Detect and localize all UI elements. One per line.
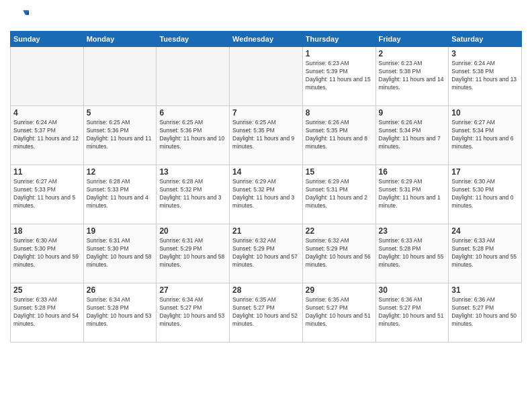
logo-icon — [10, 7, 29, 26]
day-number: 28 — [232, 285, 300, 295]
day-number: 27 — [159, 285, 226, 295]
day-info: Sunrise: 6:33 AMSunset: 5:28 PMDaylight:… — [13, 296, 81, 328]
day-info: Sunrise: 6:35 AMSunset: 5:27 PMDaylight:… — [232, 296, 300, 328]
day-info: Sunrise: 6:32 AMSunset: 5:29 PMDaylight:… — [306, 237, 373, 269]
day-info: Sunrise: 6:27 AMSunset: 5:34 PMDaylight:… — [451, 119, 519, 151]
calendar-cell: 9Sunrise: 6:26 AMSunset: 5:34 PMDaylight… — [375, 106, 449, 165]
logo — [10, 7, 32, 26]
day-info: Sunrise: 6:25 AMSunset: 5:35 PMDaylight:… — [232, 119, 300, 151]
calendar-cell: 10Sunrise: 6:27 AMSunset: 5:34 PMDayligh… — [449, 106, 522, 165]
calendar-cell — [157, 47, 230, 106]
calendar-cell: 29Sunrise: 6:35 AMSunset: 5:27 PMDayligh… — [302, 283, 375, 342]
calendar-cell: 8Sunrise: 6:26 AMSunset: 5:35 PMDaylight… — [302, 106, 375, 165]
day-number: 5 — [87, 108, 154, 118]
day-number: 22 — [306, 226, 373, 236]
calendar-cell: 6Sunrise: 6:25 AMSunset: 5:36 PMDaylight… — [157, 106, 230, 165]
calendar-cell: 18Sunrise: 6:30 AMSunset: 5:30 PMDayligh… — [11, 224, 84, 283]
column-header-thursday: Thursday — [302, 32, 375, 47]
day-info: Sunrise: 6:32 AMSunset: 5:29 PMDaylight:… — [232, 237, 300, 269]
day-info: Sunrise: 6:26 AMSunset: 5:35 PMDaylight:… — [306, 119, 373, 151]
day-info: Sunrise: 6:31 AMSunset: 5:29 PMDaylight:… — [159, 237, 226, 269]
day-info: Sunrise: 6:34 AMSunset: 5:28 PMDaylight:… — [87, 296, 154, 328]
day-info: Sunrise: 6:23 AMSunset: 5:39 PMDaylight:… — [306, 60, 373, 92]
day-info: Sunrise: 6:28 AMSunset: 5:33 PMDaylight:… — [87, 178, 154, 210]
column-header-sunday: Sunday — [11, 32, 84, 47]
calendar-header-row: SundayMondayTuesdayWednesdayThursdayFrid… — [11, 32, 522, 47]
day-number: 1 — [306, 49, 373, 58]
calendar-week-3: 18Sunrise: 6:30 AMSunset: 5:30 PMDayligh… — [11, 224, 522, 283]
calendar-cell: 16Sunrise: 6:29 AMSunset: 5:31 PMDayligh… — [375, 165, 449, 224]
day-info: Sunrise: 6:33 AMSunset: 5:28 PMDaylight:… — [379, 237, 446, 269]
calendar-cell: 30Sunrise: 6:36 AMSunset: 5:27 PMDayligh… — [375, 283, 449, 342]
day-info: Sunrise: 6:30 AMSunset: 5:30 PMDaylight:… — [13, 237, 81, 269]
day-number: 20 — [159, 226, 226, 236]
day-number: 19 — [87, 226, 154, 236]
day-number: 3 — [451, 49, 519, 58]
day-number: 6 — [159, 108, 226, 118]
calendar-cell: 5Sunrise: 6:25 AMSunset: 5:36 PMDaylight… — [83, 106, 157, 165]
calendar-cell — [83, 47, 157, 106]
day-number: 11 — [13, 167, 81, 177]
day-number: 9 — [379, 108, 446, 118]
calendar-cell: 31Sunrise: 6:36 AMSunset: 5:27 PMDayligh… — [449, 283, 522, 342]
calendar-cell: 4Sunrise: 6:24 AMSunset: 5:37 PMDaylight… — [11, 106, 84, 165]
calendar-cell: 25Sunrise: 6:33 AMSunset: 5:28 PMDayligh… — [11, 283, 84, 342]
calendar-cell: 19Sunrise: 6:31 AMSunset: 5:30 PMDayligh… — [83, 224, 157, 283]
day-info: Sunrise: 6:36 AMSunset: 5:27 PMDaylight:… — [451, 296, 519, 328]
calendar-cell: 22Sunrise: 6:32 AMSunset: 5:29 PMDayligh… — [302, 224, 375, 283]
day-info: Sunrise: 6:29 AMSunset: 5:32 PMDaylight:… — [232, 178, 300, 210]
day-number: 18 — [13, 226, 81, 236]
day-number: 23 — [379, 226, 446, 236]
day-number: 16 — [379, 167, 446, 177]
column-header-monday: Monday — [83, 32, 157, 47]
calendar-cell: 21Sunrise: 6:32 AMSunset: 5:29 PMDayligh… — [230, 224, 303, 283]
calendar-table: SundayMondayTuesdayWednesdayThursdayFrid… — [10, 31, 522, 342]
column-header-friday: Friday — [375, 32, 449, 47]
calendar-cell: 14Sunrise: 6:29 AMSunset: 5:32 PMDayligh… — [230, 165, 303, 224]
day-number: 2 — [379, 49, 446, 58]
column-header-tuesday: Tuesday — [157, 32, 230, 47]
day-info: Sunrise: 6:24 AMSunset: 5:38 PMDaylight:… — [451, 60, 519, 92]
calendar-cell: 28Sunrise: 6:35 AMSunset: 5:27 PMDayligh… — [230, 283, 303, 342]
calendar-cell: 11Sunrise: 6:27 AMSunset: 5:33 PMDayligh… — [11, 165, 84, 224]
calendar-cell: 1Sunrise: 6:23 AMSunset: 5:39 PMDaylight… — [302, 47, 375, 106]
calendar-week-0: 1Sunrise: 6:23 AMSunset: 5:39 PMDaylight… — [11, 47, 522, 106]
calendar-cell: 7Sunrise: 6:25 AMSunset: 5:35 PMDaylight… — [230, 106, 303, 165]
calendar-week-1: 4Sunrise: 6:24 AMSunset: 5:37 PMDaylight… — [11, 106, 522, 165]
day-number: 12 — [87, 167, 154, 177]
day-number: 4 — [13, 108, 81, 118]
calendar-cell: 23Sunrise: 6:33 AMSunset: 5:28 PMDayligh… — [375, 224, 449, 283]
column-header-saturday: Saturday — [449, 32, 522, 47]
day-number: 30 — [379, 285, 446, 295]
day-number: 26 — [87, 285, 154, 295]
day-info: Sunrise: 6:29 AMSunset: 5:31 PMDaylight:… — [306, 178, 373, 210]
calendar-week-2: 11Sunrise: 6:27 AMSunset: 5:33 PMDayligh… — [11, 165, 522, 224]
calendar-cell: 12Sunrise: 6:28 AMSunset: 5:33 PMDayligh… — [83, 165, 157, 224]
day-number: 21 — [232, 226, 300, 236]
day-info: Sunrise: 6:24 AMSunset: 5:37 PMDaylight:… — [13, 119, 81, 151]
calendar-cell: 13Sunrise: 6:28 AMSunset: 5:32 PMDayligh… — [157, 165, 230, 224]
day-info: Sunrise: 6:35 AMSunset: 5:27 PMDaylight:… — [306, 296, 373, 328]
day-info: Sunrise: 6:25 AMSunset: 5:36 PMDaylight:… — [159, 119, 226, 151]
day-info: Sunrise: 6:31 AMSunset: 5:30 PMDaylight:… — [87, 237, 154, 269]
day-number: 7 — [232, 108, 300, 118]
calendar-cell: 15Sunrise: 6:29 AMSunset: 5:31 PMDayligh… — [302, 165, 375, 224]
calendar-week-4: 25Sunrise: 6:33 AMSunset: 5:28 PMDayligh… — [11, 283, 522, 342]
calendar-cell — [230, 47, 303, 106]
calendar-cell: 2Sunrise: 6:23 AMSunset: 5:38 PMDaylight… — [375, 47, 449, 106]
day-number: 15 — [306, 167, 373, 177]
day-info: Sunrise: 6:36 AMSunset: 5:27 PMDaylight:… — [379, 296, 446, 328]
day-number: 14 — [232, 167, 300, 177]
calendar-cell: 3Sunrise: 6:24 AMSunset: 5:38 PMDaylight… — [449, 47, 522, 106]
calendar-cell: 20Sunrise: 6:31 AMSunset: 5:29 PMDayligh… — [157, 224, 230, 283]
day-number: 31 — [451, 285, 519, 295]
day-info: Sunrise: 6:27 AMSunset: 5:33 PMDaylight:… — [13, 178, 81, 210]
day-info: Sunrise: 6:34 AMSunset: 5:27 PMDaylight:… — [159, 296, 226, 328]
day-info: Sunrise: 6:29 AMSunset: 5:31 PMDaylight:… — [379, 178, 446, 210]
header — [10, 7, 522, 26]
day-number: 13 — [159, 167, 226, 177]
column-header-wednesday: Wednesday — [230, 32, 303, 47]
day-info: Sunrise: 6:23 AMSunset: 5:38 PMDaylight:… — [379, 60, 446, 92]
calendar-cell: 17Sunrise: 6:30 AMSunset: 5:30 PMDayligh… — [449, 165, 522, 224]
day-number: 17 — [451, 167, 519, 177]
